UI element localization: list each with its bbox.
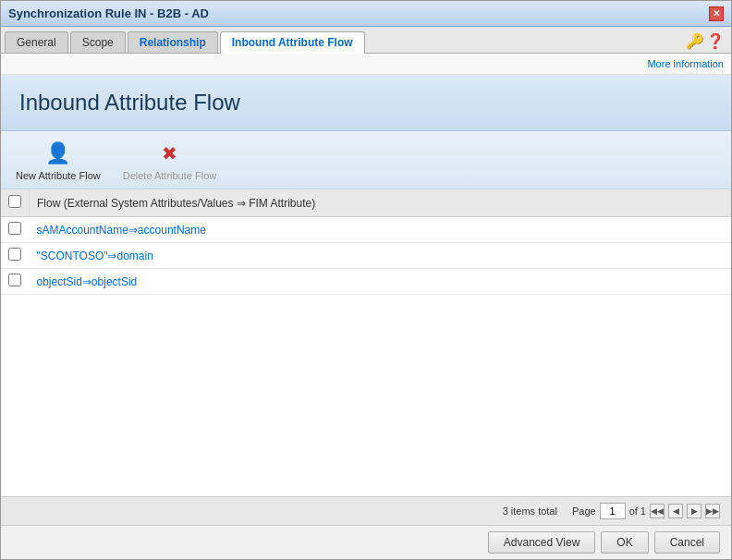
tab-inbound-attribute-flow[interactable]: Inbound Attribute Flow bbox=[220, 31, 365, 54]
attribute-flow-table-container: Flow (External System Attributes/Values … bbox=[1, 189, 731, 496]
cancel-button[interactable]: Cancel bbox=[654, 531, 720, 554]
main-window: Synchronization Rule IN - B2B - AD ✕ Gen… bbox=[0, 0, 732, 560]
tab-right-icons: 🔑 ❓ bbox=[687, 32, 724, 49]
new-attribute-flow-button[interactable]: New Attribute Flow bbox=[16, 139, 101, 181]
title-bar: Synchronization Rule IN - B2B - AD ✕ bbox=[1, 1, 731, 27]
next-page-button[interactable]: ▶ bbox=[687, 504, 702, 518]
delete-attribute-flow-label: Delete Attribute Flow bbox=[123, 170, 217, 181]
more-information-link[interactable]: More information bbox=[647, 58, 724, 69]
page-navigation: Page of 1 ◀◀ ◀ ▶ ▶▶ bbox=[572, 503, 720, 519]
more-info-bar: More information bbox=[1, 54, 731, 75]
items-total: 3 items total bbox=[12, 505, 557, 517]
row-checkbox-cell bbox=[1, 217, 30, 243]
select-all-checkbox[interactable] bbox=[8, 195, 21, 208]
first-page-button[interactable]: ◀◀ bbox=[650, 504, 665, 518]
row-flow-value: objectSid⇒objectSid bbox=[30, 269, 731, 295]
row-checkbox-cell bbox=[1, 243, 30, 269]
flow-link[interactable]: "SCONTOSO"⇒domain bbox=[37, 250, 153, 262]
key-icon[interactable]: 🔑 bbox=[687, 32, 703, 49]
page-input[interactable] bbox=[600, 503, 626, 519]
footer-bar: Advanced View OK Cancel bbox=[1, 525, 731, 559]
page-label: Page bbox=[572, 505, 596, 517]
new-attribute-flow-label: New Attribute Flow bbox=[16, 170, 101, 181]
of-label: of 1 bbox=[629, 505, 646, 517]
new-attribute-flow-icon bbox=[43, 139, 73, 168]
tab-general[interactable]: General bbox=[5, 31, 68, 53]
table-row: "SCONTOSO"⇒domain bbox=[1, 243, 731, 269]
table-header-row: Flow (External System Attributes/Values … bbox=[1, 189, 731, 217]
row-checkbox[interactable] bbox=[8, 274, 21, 286]
attribute-flow-table: Flow (External System Attributes/Values … bbox=[1, 189, 731, 295]
row-checkbox-cell bbox=[1, 269, 30, 295]
flow-link[interactable]: sAMAccountName⇒accountName bbox=[37, 224, 206, 237]
tab-relationship[interactable]: Relationship bbox=[128, 31, 218, 53]
advanced-view-button[interactable]: Advanced View bbox=[488, 531, 596, 554]
page-header: Inbound Attribute Flow bbox=[1, 75, 731, 131]
table-body: sAMAccountName⇒accountName "SCONTOSO"⇒do… bbox=[1, 217, 731, 295]
flow-link[interactable]: objectSid⇒objectSid bbox=[37, 275, 138, 288]
row-checkbox[interactable] bbox=[8, 222, 21, 235]
row-checkbox[interactable] bbox=[8, 248, 21, 261]
help-icon[interactable]: ❓ bbox=[707, 32, 724, 49]
row-flow-value: "SCONTOSO"⇒domain bbox=[30, 243, 731, 269]
content-area: More information Inbound Attribute Flow … bbox=[1, 54, 731, 496]
tab-bar: General Scope Relationship Inbound Attri… bbox=[1, 27, 731, 54]
tab-scope[interactable]: Scope bbox=[70, 31, 126, 53]
flow-column-header: Flow (External System Attributes/Values … bbox=[30, 189, 731, 217]
prev-page-button[interactable]: ◀ bbox=[668, 504, 683, 518]
toolbar: New Attribute Flow ✖ Delete Attribute Fl… bbox=[1, 131, 731, 189]
ok-button[interactable]: OK bbox=[601, 531, 648, 554]
last-page-button[interactable]: ▶▶ bbox=[705, 504, 720, 518]
close-button[interactable]: ✕ bbox=[709, 6, 724, 21]
header-checkbox-col bbox=[1, 189, 30, 217]
window-title: Synchronization Rule IN - B2B - AD bbox=[8, 6, 209, 20]
table-row: sAMAccountName⇒accountName bbox=[1, 217, 731, 243]
row-flow-value: sAMAccountName⇒accountName bbox=[30, 217, 731, 243]
table-row: objectSid⇒objectSid bbox=[1, 269, 731, 295]
delete-attribute-flow-button[interactable]: ✖ Delete Attribute Flow bbox=[123, 139, 217, 181]
delete-attribute-flow-icon: ✖ bbox=[154, 139, 184, 168]
page-title: Inbound Attribute Flow bbox=[19, 90, 713, 116]
pagination-bar: 3 items total Page of 1 ◀◀ ◀ ▶ ▶▶ bbox=[1, 496, 731, 525]
